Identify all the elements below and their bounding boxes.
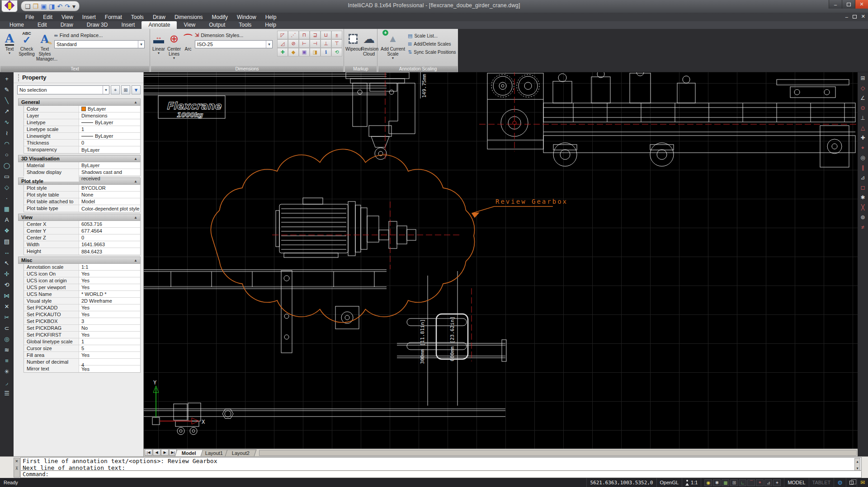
scale-list-button[interactable]: ▤Scale List... [408, 32, 458, 40]
property-panel-header[interactable]: Property [14, 72, 143, 83]
property-value[interactable]: ByLayer [79, 133, 140, 139]
snap-nearest-icon[interactable]: ⊿ [859, 173, 868, 183]
command-input[interactable]: Command: [20, 471, 862, 478]
property-value[interactable]: 2D Wireframe [79, 298, 140, 304]
close-button[interactable]: ✕ [855, 0, 868, 9]
insert-block-icon[interactable]: ❖ [1, 225, 12, 236]
tablet-toggle[interactable]: TABLET [809, 478, 834, 487]
snap-node-icon[interactable]: ◎ [859, 153, 868, 163]
add-delete-scales-button[interactable]: ⊞Add/Delete Scales [408, 40, 458, 48]
snap-none-icon[interactable]: ╳ [859, 202, 868, 212]
drawing-canvas[interactable]: Flexcrane 1000kg 149.75mm 300mm [11.81in… [144, 72, 858, 449]
center-lines-button[interactable]: ⊕CenterLines▼ [167, 30, 181, 66]
entity-tracking-toggle[interactable]: ⊿ [764, 479, 772, 486]
ellipse-tool-icon[interactable]: ◯ [1, 160, 12, 171]
menu-item-dimensions[interactable]: Dimensions [170, 14, 208, 21]
snap-triangle-icon[interactable]: △ [859, 123, 868, 133]
property-value[interactable]: 1641.9663 [79, 241, 140, 248]
spline-tool-icon[interactable]: ≀ [1, 127, 12, 138]
dim-tool-quick[interactable]: ◸ [277, 31, 288, 39]
scroll-up-icon[interactable]: ▲ [855, 459, 860, 465]
dim-tool-radius[interactable]: ⊢ [299, 39, 310, 48]
property-value[interactable]: Yes [79, 284, 140, 290]
property-value[interactable]: 1:1 [79, 264, 140, 270]
first-layout-button[interactable]: |◀ [145, 449, 152, 456]
hatch-tool-icon[interactable]: ▦ [1, 203, 12, 214]
dim-tool-oblique[interactable]: ◨ [310, 48, 321, 56]
layout-tab-model[interactable]: Model [175, 450, 203, 456]
text-styles-manager-button[interactable]: A✎Text StylesManager... [36, 30, 53, 66]
property-value[interactable]: 5 [79, 345, 140, 351]
property-value[interactable]: ByLayer [79, 146, 140, 153]
check-spelling-button[interactable]: ABC✓CheckSpelling [18, 30, 35, 66]
ribbon-tab-draw-3d[interactable]: Draw 3D [80, 21, 115, 29]
property-value[interactable]: 1 [79, 338, 140, 345]
pan-tool-icon[interactable]: ≋ [1, 344, 12, 355]
select-entities-button[interactable]: ⌖ [111, 85, 120, 94]
fillet-tool-icon[interactable]: ◞ [1, 377, 12, 388]
section-header[interactable]: General▲ [18, 98, 141, 106]
snap-center-icon[interactable]: ⊙ [859, 103, 868, 113]
menu-item-file[interactable]: File [21, 14, 38, 21]
point-tool-icon[interactable]: · [1, 192, 12, 203]
dim-tool-edit-text[interactable]: ▣ [299, 48, 310, 56]
command-scrollbar[interactable]: ▲▼ [854, 458, 860, 471]
prev-layout-button[interactable]: ◀ [153, 449, 160, 456]
snap-angle-icon[interactable]: ∠ [859, 93, 868, 103]
annotation-leader[interactable] [472, 206, 553, 217]
menu-item-help[interactable]: Help [261, 14, 281, 21]
rotate-tool-icon[interactable]: ⟲ [1, 279, 12, 290]
maximize-button[interactable] [842, 0, 855, 9]
ribbon-tab-insert[interactable]: Insert [114, 21, 142, 29]
property-value[interactable]: 6053.716 [79, 221, 140, 227]
dim-tool-tolerance[interactable]: ± [331, 31, 342, 39]
snap-tangent-icon[interactable]: ≠ [859, 222, 868, 232]
move-tool-icon[interactable]: ✢ [1, 268, 12, 279]
find-replace-button[interactable]: ∞ Find and Replace... [54, 31, 147, 39]
dimension-style-combo[interactable]: ISO-25 ▼ [195, 40, 273, 48]
model-space-toggle[interactable]: MODEL [784, 478, 808, 487]
linear-dimension-button[interactable]: ↔Linear▼ [151, 30, 166, 66]
mdi-minimize-button[interactable]: – [845, 14, 848, 19]
ribbon-tab-home[interactable]: Home [3, 21, 31, 29]
mdi-restore-button[interactable] [853, 15, 857, 19]
layers-tool-icon[interactable]: ≡ [1, 355, 12, 366]
property-value[interactable]: Yes [79, 277, 140, 284]
mail-button[interactable]: ✉ [857, 478, 868, 487]
property-value[interactable]: BYCOLOR [79, 185, 140, 191]
explode-tool-icon[interactable]: ✳ [1, 366, 12, 377]
menu-item-draw[interactable]: Draw [148, 14, 170, 21]
sync-scale-positions-button[interactable]: ⇅Sync Scale Positions [408, 48, 458, 56]
arc-tool-icon[interactable]: ◠ [1, 138, 12, 149]
close-command-icon[interactable]: ✕ [15, 459, 19, 464]
pointer-tool-icon[interactable]: + [1, 73, 12, 84]
ray-tool-icon[interactable]: ↗ [1, 106, 12, 117]
erase-tool-icon[interactable]: ✕ [1, 301, 12, 312]
property-value[interactable]: Yes [79, 365, 140, 372]
property-value[interactable]: * WORLD * [79, 291, 140, 297]
property-value[interactable]: Yes [79, 352, 140, 358]
ribbon-tab-draw[interactable]: Draw [54, 21, 80, 29]
properties-tool-icon[interactable]: ☰ [1, 388, 12, 398]
property-value[interactable]: ByLayer [79, 162, 140, 169]
annotation-scale-display[interactable]: 1:1 [682, 478, 701, 487]
wipeout-button[interactable]: Wipeout [345, 30, 361, 66]
dim-tool-inspect[interactable]: ℹ [321, 48, 331, 56]
coordinates-display[interactable]: 5621.6363,1003.5352,0 [586, 478, 656, 487]
menu-item-view[interactable]: View [57, 14, 78, 21]
scroll-down-icon[interactable]: ▼ [855, 465, 860, 471]
line-tool-icon[interactable]: ╲ [1, 95, 12, 106]
offset-tool-icon[interactable]: ⊂ [1, 323, 12, 333]
add-current-scale-button[interactable]: ▲+Add CurrentScale▼ [379, 30, 407, 66]
rectangle-tool-icon[interactable]: ▭ [1, 171, 12, 182]
dim-tool-spacing[interactable]: ⊤ [331, 39, 342, 48]
ribbon-tab-edit[interactable]: Edit [31, 21, 54, 29]
menu-item-edit[interactable]: Edit [38, 14, 57, 21]
menu-item-tools[interactable]: Tools [127, 14, 148, 21]
text-style-combo[interactable]: Standard ▼ [54, 40, 145, 48]
snap-perpendicular-icon[interactable]: ⊥ [859, 113, 868, 123]
command-history[interactable]: First line of annotation text/<options>:… [20, 457, 862, 471]
ribbon-tab-help[interactable]: Help [258, 21, 283, 29]
arc-dimension-button[interactable]: ⌒Arc [182, 30, 194, 66]
property-value[interactable]: Yes [79, 311, 140, 318]
